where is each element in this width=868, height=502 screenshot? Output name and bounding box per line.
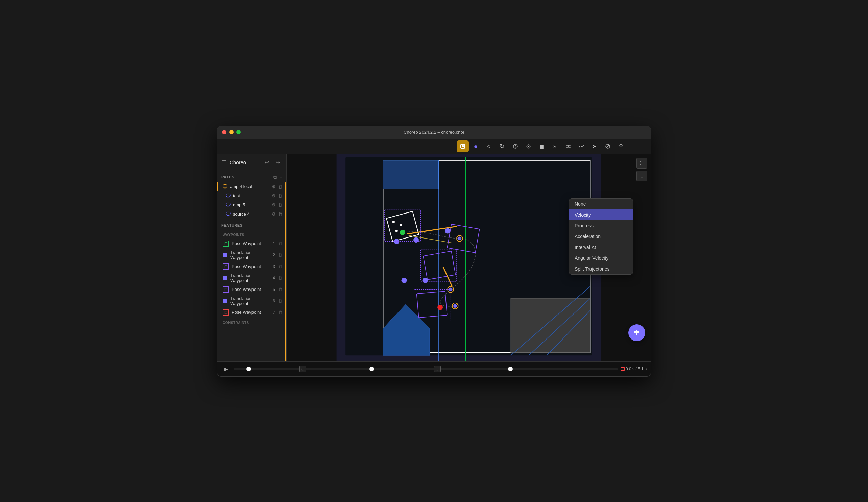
- waypoint-3[interactable]: ◫ Pose Waypoint 3 🗑: [217, 262, 286, 271]
- grid-button[interactable]: ⊞: [637, 170, 647, 181]
- pin-button[interactable]: [615, 140, 627, 153]
- waypoint-num: 6: [270, 299, 275, 303]
- waypoint-delete-button[interactable]: 🗑: [278, 264, 282, 269]
- dropdown-none[interactable]: None: [569, 199, 633, 209]
- add-path-button[interactable]: +: [280, 174, 282, 180]
- title-bar: Choreo 2024.2.2 – choreo.chor: [217, 126, 651, 139]
- path-item-amp5[interactable]: amp 5 ⚙ 🗑: [217, 200, 286, 209]
- circle-button[interactable]: ○: [483, 140, 495, 153]
- waypoints-subsection-header: WAYPOINTS: [217, 229, 286, 239]
- timeline-track-container: ⬚ ⬚: [234, 364, 618, 374]
- dropdown-progress[interactable]: Progress: [569, 220, 633, 231]
- time-display: 0.0 s / 5.1 s: [621, 367, 647, 371]
- trend-button[interactable]: [575, 140, 588, 153]
- undo-button[interactable]: ↩: [262, 158, 271, 167]
- waypoint-delete-button[interactable]: 🗑: [278, 287, 282, 292]
- svg-point-30: [445, 228, 450, 233]
- path-settings-button[interactable]: ⚙: [272, 211, 276, 217]
- path-delete-button[interactable]: 🗑: [278, 202, 282, 207]
- timeline-thumb-2[interactable]: [370, 367, 374, 371]
- svg-point-29: [413, 237, 419, 242]
- timeline-thumb-3[interactable]: [508, 367, 513, 371]
- maximize-button[interactable]: [236, 130, 241, 135]
- svg-line-6: [606, 145, 609, 148]
- svg-point-22: [400, 224, 402, 226]
- path-item-source4[interactable]: source 4 ⚙ 🗑: [217, 209, 286, 219]
- waypoint-delete-button[interactable]: 🗑: [278, 298, 282, 303]
- select-tool-button[interactable]: [457, 140, 469, 153]
- circle-filled-button[interactable]: ●: [470, 140, 482, 153]
- minimize-button[interactable]: [229, 130, 234, 135]
- waypoint-5[interactable]: ◫ Pose Waypoint 5 🗑: [217, 285, 286, 294]
- arrow-button[interactable]: ➤: [588, 140, 601, 153]
- path-name: source 4: [233, 211, 270, 217]
- fullscreen-button[interactable]: ⛶: [637, 158, 647, 169]
- hamburger-button[interactable]: ☰: [221, 159, 226, 166]
- dropdown-split-trajectories[interactable]: Split Trajectories: [569, 263, 633, 274]
- path-actions: ⚙ 🗑: [272, 184, 282, 189]
- waypoint-name: Translation Waypoint: [230, 273, 267, 283]
- features-section: FEATURES WAYPOINTS ◫ Pose Waypoint 1 🗑: [217, 220, 286, 327]
- timeline-marker-2[interactable]: ⬚: [434, 366, 441, 372]
- waypoint-2[interactable]: Translation Waypoint 2 🗑: [217, 248, 286, 262]
- path-name: test: [233, 193, 270, 198]
- waypoint-delete-button[interactable]: 🗑: [278, 252, 282, 258]
- play-button[interactable]: ▶: [221, 364, 231, 374]
- refresh-button[interactable]: ↻: [496, 140, 508, 153]
- timeline: ▶ ⬚ ⬚ 0.0 s / 5.1 s: [217, 362, 651, 376]
- path-delete-button[interactable]: 🗑: [278, 193, 282, 198]
- stop-button[interactable]: ◼: [536, 140, 548, 153]
- timeline-marker-1[interactable]: ⬚: [299, 366, 306, 372]
- path-item-test[interactable]: test ⚙ 🗑: [217, 191, 286, 200]
- path-settings-button[interactable]: ⚙: [272, 184, 276, 189]
- waypoint-num: 4: [270, 276, 275, 280]
- path-settings-button[interactable]: ⚙: [272, 202, 276, 207]
- svg-rect-1: [462, 145, 464, 147]
- path-delete-button[interactable]: 🗑: [278, 184, 282, 189]
- pose-waypoint-icon-green: ◫: [223, 241, 229, 247]
- waypoint-6[interactable]: Translation Waypoint 6 🗑: [217, 294, 286, 308]
- dropdown-acceleration[interactable]: Acceleration: [569, 231, 633, 242]
- forward-button[interactable]: »: [549, 140, 561, 153]
- canvas-right-buttons: ⛶ ⊞: [637, 158, 647, 181]
- path-actions: ⚙ 🗑: [272, 193, 282, 198]
- path-item-amp4local[interactable]: amp 4 local ⚙ 🗑: [217, 182, 286, 191]
- sidebar-scroll[interactable]: amp 4 local ⚙ 🗑 test ⚙: [217, 182, 286, 327]
- path-settings-button[interactable]: ⚙: [272, 193, 276, 198]
- path-name: amp 4 local: [230, 184, 270, 189]
- svg-rect-14: [511, 298, 590, 352]
- trans-waypoint-icon: [223, 276, 227, 280]
- waypoint-num: 5: [270, 287, 275, 292]
- dropdown-velocity[interactable]: Velocity: [569, 209, 633, 220]
- waypoint-4[interactable]: Translation Waypoint 4 🗑: [217, 271, 286, 285]
- waypoint-num: 2: [270, 253, 275, 258]
- path-icon: [226, 211, 231, 217]
- path-delete-button[interactable]: 🗑: [278, 211, 282, 217]
- waypoint-1[interactable]: ◫ Pose Waypoint 1 🗑: [217, 239, 286, 248]
- dropdown-interval-dt[interactable]: Interval Δt: [569, 242, 633, 253]
- shuffle-button[interactable]: [562, 140, 574, 153]
- waypoint-num: 7: [270, 310, 275, 315]
- path-icon: [226, 202, 231, 208]
- toolbar: ● ○ ↻ ⊗ ◼ » ➤: [217, 139, 651, 154]
- trans-waypoint-icon: [223, 299, 227, 303]
- ban-button[interactable]: [602, 140, 614, 153]
- waypoint-7[interactable]: ◫ Pose Waypoint 7 🗑: [217, 308, 286, 317]
- fab-button[interactable]: [628, 324, 645, 341]
- copy-path-button[interactable]: ⧉: [273, 174, 277, 180]
- svg-point-23: [395, 229, 398, 232]
- redo-button[interactable]: ↪: [273, 158, 282, 167]
- features-section-header: FEATURES: [217, 220, 286, 229]
- waypoint-name: Pose Waypoint: [231, 241, 267, 246]
- waypoint-delete-button[interactable]: 🗑: [278, 310, 282, 315]
- close-button[interactable]: [222, 130, 226, 135]
- waypoint-delete-button[interactable]: 🗑: [278, 241, 282, 246]
- sidebar-top: ☰ Choreo ↩ ↪: [217, 154, 286, 171]
- timeline-thumb-start[interactable]: [246, 367, 251, 371]
- svg-point-36: [423, 278, 428, 283]
- x-circle-button[interactable]: ⊗: [523, 140, 535, 153]
- dropdown-angular-velocity[interactable]: Angular Velocity: [569, 253, 633, 263]
- waypoint-delete-button[interactable]: 🗑: [278, 275, 282, 280]
- main-layout: ☰ Choreo ↩ ↪ PATHS ⧉ +: [217, 154, 651, 362]
- compass-button[interactable]: [509, 140, 521, 153]
